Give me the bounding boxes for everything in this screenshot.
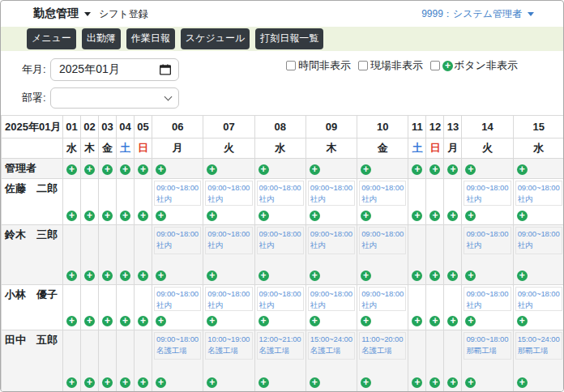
add-shift-button[interactable]: + (517, 211, 528, 221)
add-shift-button[interactable]: + (102, 377, 113, 388)
add-shift-button[interactable]: + (517, 164, 528, 175)
add-shift-button[interactable]: + (258, 211, 269, 221)
shift-entry[interactable]: 09:00~18:00社内 (515, 287, 562, 311)
shift-entry[interactable]: 09:00~18:00名護工場 (154, 332, 201, 360)
add-shift-button[interactable]: + (361, 211, 371, 221)
shift-entry[interactable]: 15:00~24:00那覇工場 (515, 332, 562, 360)
add-shift-button[interactable]: + (120, 164, 130, 175)
add-shift-button[interactable]: + (66, 271, 77, 281)
checkbox[interactable] (286, 61, 296, 70)
add-shift-button[interactable]: + (258, 316, 269, 326)
add-shift-button[interactable]: + (429, 164, 440, 175)
checkbox-option[interactable]: +ボタン非表示 (430, 58, 518, 73)
shift-entry[interactable]: 09:00~18:00社内 (257, 287, 304, 311)
add-shift-button[interactable]: + (465, 377, 476, 388)
shift-entry[interactable]: 09:00~18:00社内 (515, 227, 562, 254)
shift-entry[interactable]: 09:00~18:00社内 (257, 227, 304, 254)
add-shift-button[interactable]: + (447, 271, 458, 281)
add-shift-button[interactable]: + (156, 164, 166, 175)
add-shift-button[interactable]: + (258, 164, 269, 175)
add-shift-button[interactable]: + (156, 377, 166, 388)
checkbox[interactable] (430, 61, 440, 70)
shift-entry[interactable]: 09:00~18:00社内 (205, 287, 252, 311)
add-shift-button[interactable]: + (84, 377, 95, 388)
add-shift-button[interactable]: + (429, 377, 440, 388)
add-shift-button[interactable]: + (258, 271, 269, 281)
shift-entry[interactable]: 09:00~18:00社内 (359, 227, 406, 254)
add-shift-button[interactable]: + (465, 211, 476, 221)
shift-entry[interactable]: 09:00~18:00社内 (257, 181, 304, 206)
add-shift-button[interactable]: + (412, 271, 422, 281)
shift-entry[interactable]: 10:00~19:00名護工場 (205, 332, 252, 360)
checkbox-option[interactable]: 時間非表示 (286, 58, 351, 73)
add-shift-button[interactable]: + (207, 271, 217, 281)
nav-button-2[interactable]: 出勤簿 (82, 28, 121, 49)
add-shift-button[interactable]: + (120, 377, 130, 388)
add-shift-button[interactable]: + (156, 316, 166, 326)
add-shift-button[interactable]: + (120, 271, 130, 281)
add-shift-button[interactable]: + (429, 211, 440, 221)
add-shift-button[interactable]: + (361, 164, 371, 175)
add-shift-button[interactable]: + (207, 377, 217, 388)
app-title-menu[interactable]: 勤怠管理 (33, 6, 91, 21)
add-shift-button[interactable]: + (310, 271, 320, 281)
nav-button-5[interactable]: 打刻日報一覧 (255, 28, 323, 49)
nav-button-1[interactable]: メニュー (27, 28, 76, 49)
nav-button-4[interactable]: スケジュール (181, 28, 250, 49)
add-shift-button[interactable]: + (102, 316, 113, 326)
shift-entry[interactable]: 09:00~18:00社内 (205, 181, 252, 206)
shift-entry[interactable]: 09:00~18:00社内 (359, 181, 406, 206)
add-shift-button[interactable]: + (310, 211, 320, 221)
add-shift-button[interactable]: + (361, 377, 371, 388)
shift-entry[interactable]: 09:00~18:00社内 (464, 181, 511, 206)
add-shift-button[interactable]: + (84, 211, 95, 221)
add-shift-button[interactable]: + (517, 316, 528, 326)
shift-entry[interactable]: 09:00~18:00社内 (308, 181, 355, 206)
add-shift-button[interactable]: + (207, 164, 217, 175)
add-shift-button[interactable]: + (138, 271, 148, 281)
add-shift-button[interactable]: + (447, 316, 458, 326)
shift-entry[interactable]: 09:00~18:00社内 (464, 227, 511, 254)
month-input[interactable]: 2025年01月 (50, 58, 179, 81)
shift-entry[interactable]: 12:00~21:00名護工場 (257, 332, 304, 360)
add-shift-button[interactable]: + (207, 316, 217, 326)
checkbox-option[interactable]: 現場非表示 (358, 58, 423, 73)
add-shift-button[interactable]: + (156, 271, 166, 281)
shift-entry[interactable]: 09:00~18:00那覇工場 (464, 332, 511, 360)
add-shift-button[interactable]: + (120, 211, 130, 221)
add-shift-button[interactable]: + (412, 211, 422, 221)
add-shift-button[interactable]: + (412, 316, 422, 326)
add-shift-button[interactable]: + (66, 211, 77, 221)
shift-entry[interactable]: 09:00~18:00社内 (308, 227, 355, 254)
add-shift-button[interactable]: + (102, 211, 113, 221)
checkbox[interactable] (358, 61, 368, 70)
user-menu[interactable]: 9999：システム管理者 (421, 7, 534, 21)
shift-entry[interactable]: 11:00~20:00名護工場 (359, 332, 406, 360)
add-shift-button[interactable]: + (138, 164, 148, 175)
add-shift-button[interactable]: + (102, 271, 113, 281)
add-shift-button[interactable]: + (310, 377, 320, 388)
add-shift-button[interactable]: + (120, 316, 130, 326)
shift-entry[interactable]: 09:00~18:00社内 (515, 181, 562, 206)
shift-entry[interactable]: 09:00~18:00社内 (464, 287, 511, 311)
add-shift-button[interactable]: + (138, 377, 148, 388)
shift-entry[interactable]: 09:00~18:00社内 (308, 287, 355, 311)
shift-entry[interactable]: 09:00~18:00社内 (154, 181, 201, 206)
add-shift-button[interactable]: + (207, 211, 217, 221)
shift-entry[interactable]: 09:00~18:00社内 (359, 287, 406, 311)
add-shift-button[interactable]: + (138, 316, 148, 326)
shift-entry[interactable]: 09:00~18:00社内 (154, 287, 201, 311)
add-shift-button[interactable]: + (310, 316, 320, 326)
add-shift-button[interactable]: + (102, 164, 113, 175)
add-shift-button[interactable]: + (84, 164, 95, 175)
add-shift-button[interactable]: + (429, 271, 440, 281)
add-shift-button[interactable]: + (447, 377, 458, 388)
add-shift-button[interactable]: + (412, 377, 422, 388)
calendar-icon[interactable] (160, 64, 171, 75)
add-shift-button[interactable]: + (310, 164, 320, 175)
add-shift-button[interactable]: + (517, 377, 528, 388)
nav-button-3[interactable]: 作業日報 (126, 28, 175, 49)
add-shift-button[interactable]: + (447, 211, 458, 221)
add-shift-button[interactable]: + (361, 271, 371, 281)
add-shift-button[interactable]: + (517, 271, 528, 281)
